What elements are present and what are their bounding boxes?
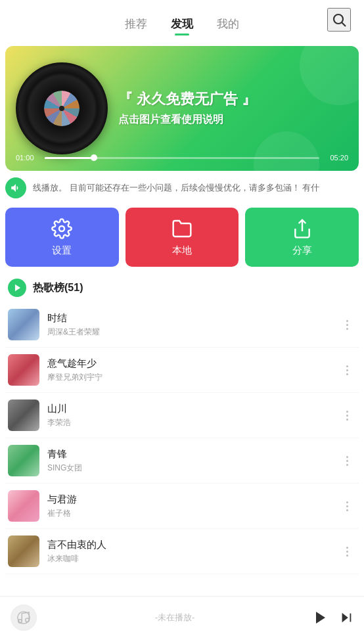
svg-point-7 [26,618,30,622]
player-avatar[interactable] [11,604,37,631]
song-more-6[interactable] [338,542,356,560]
notice-icon [5,177,26,198]
song-info-4: 青锋 SING女团 [47,448,330,474]
banner-text-area: 『 永久免费无广告 』 点击图片查看使用说明 [108,83,359,133]
song-cover-6 [8,535,39,567]
folder-icon [171,218,193,239]
play-all-icon [13,283,22,292]
progress-dot [91,154,97,161]
gear-icon [51,218,72,239]
song-name-3: 山川 [47,403,330,415]
banner[interactable]: 『 永久免费无广告 』 点击图片查看使用说明 01:00 05:20 [5,46,359,171]
banner-vinyl [16,62,108,154]
settings-icon-wrapper [51,218,72,239]
hot-songs-header: 热歌榜(51) [5,279,359,297]
player-controls [313,610,353,626]
progress-total: 05:20 [325,154,348,162]
banner-title: 『 永久免费无广告 』 [118,90,348,109]
song-artist-4: SING女团 [47,463,330,474]
song-cover-2 [8,354,39,386]
svg-point-2 [59,226,64,231]
notice-bar: 线播放。 目前可能还存在一些小问题，后续会慢慢优化，请多多包涵！ 有什 [5,177,359,198]
song-name-6: 言不由衷的人 [47,539,330,551]
local-button[interactable]: 本地 [125,208,239,267]
skip-forward-icon [339,610,353,625]
dots-icon-3 [346,411,348,421]
banner-subtitle: 点击图片查看使用说明 [118,113,348,127]
share-icon [292,218,313,239]
bottom-player-bar: -未在播放- [0,596,364,638]
song-info-2: 意气趁年少 摩登兄弟刘宇宁 [47,357,330,383]
tab-discover[interactable]: 发现 [171,16,193,35]
song-info-5: 与君游 崔子格 [47,493,330,519]
song-name-2: 意气趁年少 [47,357,330,370]
hot-songs-play-button[interactable] [8,279,26,297]
settings-label: 设置 [52,244,72,257]
search-icon [331,12,347,28]
song-info-3: 山川 李荣浩 [47,403,330,428]
song-name-1: 时结 [47,312,330,325]
local-icon-wrapper [171,218,193,239]
dots-icon-6 [346,547,348,557]
svg-marker-9 [342,612,348,622]
song-list: 时结 周深&王者荣耀 意气趁年少 摩登兄弟刘宇宁 山川 李荣浩 [0,302,364,574]
song-artist-2: 摩登兄弟刘宇宁 [47,372,330,383]
share-label: 分享 [292,244,312,257]
play-icon [313,610,329,626]
song-cover-3 [8,399,39,431]
song-more-1[interactable] [338,315,356,334]
top-nav: 推荐 发现 我的 [0,0,364,39]
share-button[interactable]: 分享 [245,208,359,267]
dots-icon-1 [346,320,348,330]
song-artist-3: 李荣浩 [47,417,330,428]
song-item-6[interactable]: 言不由衷的人 冰来咖啡 [5,529,359,574]
dots-icon-4 [346,456,348,466]
song-item-1[interactable]: 时结 周深&王者荣耀 [5,302,359,348]
svg-line-1 [342,23,346,27]
volume-icon [10,182,22,194]
action-buttons: 设置 本地 分享 [5,208,359,267]
local-label: 本地 [172,244,192,257]
song-cover-4 [8,445,39,476]
song-name-5: 与君游 [47,493,330,506]
settings-button[interactable]: 设置 [5,208,119,267]
nav-tabs: 推荐 发现 我的 [125,16,239,35]
song-cover-1 [8,309,39,340]
share-icon-wrapper [292,218,313,239]
dots-icon-5 [346,501,348,511]
notice-text: 线播放。 目前可能还存在一些小问题，后续会慢慢优化，请多多包涵！ 有什 [33,182,319,194]
svg-marker-8 [316,612,325,624]
hot-songs-title: 热歌榜(51) [33,281,83,295]
song-item-3[interactable]: 山川 李荣浩 [5,393,359,438]
song-more-2[interactable] [338,361,356,379]
player-status: -未在播放- [45,612,305,624]
progress-current: 01:00 [16,154,39,162]
music-note-icon [16,610,31,625]
song-artist-1: 周深&王者荣耀 [47,327,330,338]
song-more-3[interactable] [338,406,356,424]
song-info-1: 时结 周深&王者荣耀 [47,312,330,338]
song-more-5[interactable] [338,497,356,515]
song-item-4[interactable]: 青锋 SING女团 [5,438,359,484]
progress-fill [45,157,94,159]
song-artist-6: 冰来咖啡 [47,553,330,564]
song-item-5[interactable]: 与君游 崔子格 [5,484,359,529]
svg-marker-4 [15,285,20,292]
play-button[interactable] [313,610,329,626]
song-item-2[interactable]: 意气趁年少 摩登兄弟刘宇宁 [5,348,359,393]
search-button[interactable] [327,8,351,32]
svg-point-0 [334,14,343,24]
banner-progress: 01:00 05:20 [5,154,359,162]
song-info-6: 言不由衷的人 冰来咖啡 [47,539,330,564]
next-button[interactable] [339,610,353,625]
song-artist-5: 崔子格 [47,508,330,519]
tab-mine[interactable]: 我的 [217,16,239,35]
song-cover-5 [8,490,39,522]
song-name-4: 青锋 [47,448,330,461]
tab-recommend[interactable]: 推荐 [125,16,147,35]
dots-icon-2 [346,365,348,375]
progress-bar[interactable] [45,157,319,159]
song-more-4[interactable] [338,451,356,470]
